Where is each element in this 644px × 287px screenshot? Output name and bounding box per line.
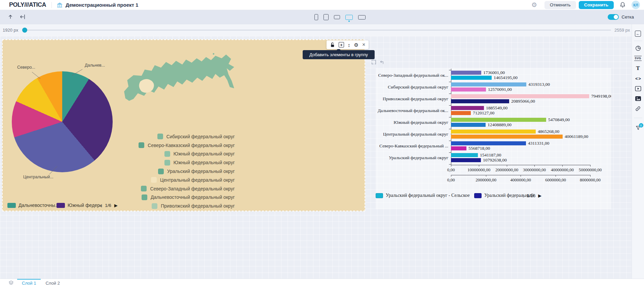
- add-image-widget-button[interactable]: [632, 94, 644, 104]
- bar-pair: 4319313,0012570091,00: [451, 82, 526, 93]
- device-tablet-icon[interactable]: [324, 14, 329, 20]
- bar-chart-row: Северо-Западный федеральный ок...1736001…: [376, 69, 611, 81]
- axis-tick: [449, 82, 451, 82]
- data-bar[interactable]: 14654195,00: [451, 76, 492, 80]
- data-bar[interactable]: 1736001,00: [451, 71, 481, 75]
- pie-legend-pager: ◀1/6▶: [99, 202, 118, 209]
- data-bar[interactable]: 7120127,00: [451, 111, 471, 115]
- undo-corner-icon[interactable]: [379, 59, 385, 65]
- widget-group-selected[interactable]: Северо... Дальнев... Центральный... Сиби…: [2, 39, 365, 211]
- bar-chart-row: Приволжский федеральный округ7949198,002…: [376, 93, 611, 105]
- add-code-widget-button[interactable]: < >: [632, 73, 644, 83]
- image-icon: [635, 96, 641, 101]
- legend-label: Южный федер: [68, 203, 100, 208]
- data-bar[interactable]: 4311331,00: [451, 141, 526, 145]
- axis-tick: [449, 141, 451, 141]
- data-bar[interactable]: 20895066,00: [451, 99, 509, 103]
- bar-chart-widget[interactable]: Северо-Западный федеральный ок...1736001…: [376, 68, 611, 209]
- axis-tick: [590, 175, 591, 177]
- map-legend-item: Дальневосточный федеральный округ: [104, 193, 235, 202]
- device-desktop-icon-active[interactable]: [345, 15, 353, 20]
- data-bar[interactable]: 12408889,00: [451, 123, 486, 127]
- russia-map-widget[interactable]: [120, 50, 245, 131]
- add-pie-widget-button[interactable]: [632, 43, 644, 53]
- add-link-widget-button[interactable]: [632, 104, 644, 114]
- tooltip: Добавить элементы в группу: [303, 50, 375, 59]
- group-settings-gear-icon[interactable]: ⚙: [354, 42, 358, 47]
- device-mobile-icon[interactable]: [314, 14, 318, 20]
- legend-label: Приволжский федеральный округ: [161, 203, 235, 209]
- axis-tick: [449, 105, 451, 106]
- add-to-group-icon[interactable]: +: [339, 42, 344, 47]
- filters-button[interactable]: 0: [632, 123, 644, 133]
- slider-max-label: 2559 px: [614, 28, 630, 33]
- ungroup-close-icon[interactable]: ×: [362, 42, 365, 47]
- add-svg-widget-button[interactable]: SVG: [632, 53, 644, 63]
- collapse-left-icon[interactable]: [20, 14, 26, 20]
- unlock-icon[interactable]: [330, 42, 335, 47]
- axis-tick: [534, 165, 535, 167]
- axis-tick: [590, 165, 591, 167]
- add-text-widget-button[interactable]: T: [632, 63, 644, 73]
- data-bar[interactable]: 4865268,00: [451, 130, 536, 134]
- bar-pair: 4311331,005568718,00: [451, 141, 526, 151]
- legend-label: Южный федеральный округ: [174, 160, 235, 165]
- export-upload-icon[interactable]: [7, 14, 13, 20]
- settings-gear-icon[interactable]: ⚙: [531, 2, 537, 8]
- user-avatar[interactable]: КЛ: [632, 1, 640, 9]
- axis-tick-label: 30000000,00: [523, 167, 546, 173]
- polymatica-dashboard-editor: POLY///ATICA Демонстрационный проект 1 ⚙…: [0, 0, 644, 287]
- device-laptop-icon[interactable]: [334, 15, 340, 19]
- data-bar[interactable]: 40061189,00: [451, 135, 563, 139]
- save-button[interactable]: Сохранить: [579, 1, 614, 9]
- pager-prev-icon[interactable]: ◀: [99, 203, 102, 208]
- resize-vertical-icon[interactable]: ↕: [348, 42, 350, 47]
- bar-pair: 1541187,0010792638,00: [451, 153, 481, 163]
- pager-prev-icon[interactable]: ◀: [521, 193, 524, 198]
- add-media-widget-button[interactable]: [632, 83, 644, 94]
- device-widescreen-icon[interactable]: [358, 15, 366, 20]
- data-bar[interactable]: 1885549,00: [451, 106, 484, 110]
- pager-next-icon[interactable]: ▶: [114, 203, 118, 208]
- collapse-panel-button[interactable]: ←: [632, 29, 644, 39]
- legend-swatch: [56, 203, 65, 208]
- frame-select-icon[interactable]: [371, 59, 377, 65]
- design-canvas[interactable]: Северо... Дальнев... Центральный... Сиби…: [0, 36, 632, 279]
- notifications-bell-icon[interactable]: [620, 2, 626, 8]
- axis-tick-label: 20000000,00: [495, 167, 518, 173]
- bar-value-label: 7949198,00: [591, 94, 611, 99]
- data-bar[interactable]: 7949198,00: [451, 94, 589, 98]
- bar-value-label: 5568718,00: [468, 146, 490, 151]
- pager-next-icon[interactable]: ▶: [538, 193, 541, 198]
- bar-category-label: Северо-Западный федеральный ок...: [376, 73, 448, 78]
- slider-track[interactable]: [24, 30, 611, 31]
- data-bar[interactable]: 1541187,00: [451, 153, 478, 157]
- data-bar[interactable]: 5470849,00: [451, 118, 546, 122]
- bar-value-label: 4319313,00: [528, 82, 550, 87]
- divider: [51, 2, 52, 8]
- link-icon: [635, 106, 641, 112]
- data-bar[interactable]: 4319313,00: [451, 82, 526, 86]
- bar-value-label: 4865268,00: [538, 129, 559, 134]
- map-legend-list: Сибирский федеральный округСеверо-Кавказ…: [104, 132, 235, 210]
- axis-tick-label: 0,00: [447, 167, 455, 173]
- grid-toggle-switch[interactable]: [608, 14, 619, 20]
- divider: [634, 118, 642, 118]
- data-bar[interactable]: 12570091,00: [451, 87, 486, 92]
- bar-category-label: Северо-Кавказский федеральный ...: [376, 143, 448, 149]
- cancel-button[interactable]: Отменить: [544, 1, 576, 9]
- layer-tab-inactive[interactable]: Слой 2: [41, 279, 64, 287]
- map-legend-item: Южный федеральный округ: [104, 158, 235, 167]
- map-legend-item: Северо-Кавказский федеральный округ: [104, 141, 235, 150]
- bar-legend-item: Уральский федеральный округ - Сельское: [376, 192, 470, 199]
- axis-tick: [451, 175, 451, 177]
- layer-tab-active[interactable]: Слой 1: [17, 279, 41, 287]
- pie-chart-widget[interactable]: [12, 71, 113, 172]
- bar-value-label: 14654195,00: [494, 75, 518, 80]
- data-bar[interactable]: 10792638,00: [451, 158, 481, 162]
- axis-tick-label: 50000000,00: [579, 167, 602, 173]
- data-bar[interactable]: 5568718,00: [451, 146, 466, 150]
- slider-handle[interactable]: [22, 28, 27, 33]
- pie-legend-item: Дальневосточны...: [7, 202, 59, 209]
- axis-tick: [507, 165, 507, 167]
